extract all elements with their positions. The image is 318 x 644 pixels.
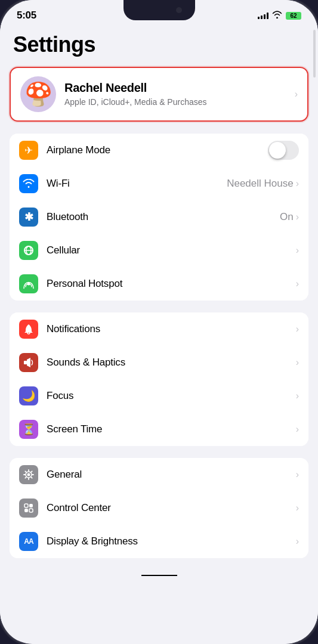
battery-icon: 62 bbox=[286, 12, 301, 20]
camera-dot bbox=[176, 7, 182, 13]
svg-rect-7 bbox=[24, 504, 28, 507]
hotspot-icon bbox=[19, 274, 38, 293]
wifi-row[interactable]: Wi-Fi Needell House › bbox=[10, 167, 308, 200]
status-time: 5:05 bbox=[17, 10, 36, 21]
connectivity-section: ✈ Airplane Mode bbox=[10, 134, 308, 301]
home-indicator bbox=[141, 575, 177, 576]
wifi-network: Needell House bbox=[227, 178, 294, 190]
sounds-icon bbox=[19, 353, 38, 372]
focus-row[interactable]: 🌙 Focus › bbox=[10, 379, 308, 413]
phone-frame: 5:05 6 bbox=[0, 0, 318, 644]
control-center-icon bbox=[19, 499, 38, 518]
general-icon bbox=[19, 465, 38, 484]
cellular-label: Cellular bbox=[47, 244, 80, 256]
svg-rect-8 bbox=[29, 504, 33, 507]
bluetooth-icon: ✱ bbox=[19, 208, 38, 227]
notifications-label: Notifications bbox=[47, 323, 100, 335]
wifi-icon bbox=[19, 174, 38, 193]
focus-chevron: › bbox=[296, 391, 299, 401]
focus-icon: 🌙 bbox=[19, 386, 38, 405]
page-title: Settings bbox=[0, 26, 318, 67]
notifications-section: Notifications › bbox=[10, 312, 308, 446]
notifications-row[interactable]: Notifications › bbox=[10, 312, 308, 346]
profile-info: Rachel Needell Apple ID, iCloud+, Media … bbox=[64, 81, 295, 107]
profile-name: Rachel Needell bbox=[64, 81, 295, 95]
display-chevron: › bbox=[296, 536, 299, 547]
scrollbar[interactable] bbox=[313, 30, 316, 78]
airplane-mode-row[interactable]: ✈ Airplane Mode bbox=[10, 134, 308, 167]
sounds-label: Sounds & Haptics bbox=[47, 357, 125, 369]
cellular-icon bbox=[19, 241, 38, 260]
screen-time-label: Screen Time bbox=[47, 423, 102, 435]
screen-time-chevron: › bbox=[296, 424, 299, 435]
wifi-chevron: › bbox=[296, 178, 299, 189]
svg-rect-9 bbox=[24, 509, 28, 512]
hotspot-chevron: › bbox=[296, 278, 299, 289]
cellular-chevron: › bbox=[296, 245, 299, 256]
display-icon: AA bbox=[19, 532, 38, 551]
phone-screen: 5:05 6 bbox=[0, 0, 318, 644]
profile-subtitle: Apple ID, iCloud+, Media & Purchases bbox=[64, 97, 295, 107]
hotspot-label: Personal Hotspot bbox=[47, 278, 122, 290]
screen-time-row[interactable]: ⏳ Screen Time › bbox=[10, 413, 308, 446]
svg-point-5 bbox=[27, 473, 30, 476]
wifi-label: Wi-Fi bbox=[47, 178, 70, 190]
sounds-row[interactable]: Sounds & Haptics › bbox=[10, 346, 308, 379]
profile-chevron: › bbox=[295, 89, 298, 100]
bluetooth-row[interactable]: ✱ Bluetooth On › bbox=[10, 200, 308, 234]
airplane-mode-toggle[interactable] bbox=[268, 141, 299, 160]
bluetooth-status: On bbox=[280, 211, 294, 223]
bluetooth-label: Bluetooth bbox=[47, 211, 88, 223]
control-center-row[interactable]: Control Center › bbox=[10, 491, 308, 525]
status-icons: 62 bbox=[258, 11, 301, 20]
airplane-mode-label: Airplane Mode bbox=[47, 144, 110, 156]
general-label: General bbox=[47, 469, 82, 481]
notch bbox=[124, 0, 195, 20]
svg-rect-10 bbox=[29, 509, 33, 512]
bluetooth-chevron: › bbox=[296, 212, 299, 222]
focus-label: Focus bbox=[47, 390, 73, 402]
screen-content[interactable]: Settings 🍄 Rachel Needell Apple ID, iClo… bbox=[0, 26, 318, 640]
display-label: Display & Brightness bbox=[47, 535, 138, 547]
avatar: 🍄 bbox=[20, 76, 56, 112]
general-row[interactable]: General › bbox=[10, 458, 308, 491]
control-center-label: Control Center bbox=[47, 502, 111, 514]
general-section: General › bbox=[10, 458, 308, 558]
wifi-status-icon bbox=[272, 11, 282, 20]
svg-rect-4 bbox=[24, 361, 27, 364]
display-row[interactable]: AA Display & Brightness › bbox=[10, 525, 308, 558]
notifications-chevron: › bbox=[296, 324, 299, 335]
airplane-mode-icon: ✈ bbox=[19, 141, 38, 160]
sounds-chevron: › bbox=[296, 357, 299, 368]
control-center-chevron: › bbox=[296, 503, 299, 513]
screen-time-icon: ⏳ bbox=[19, 420, 38, 439]
hotspot-row[interactable]: Personal Hotspot › bbox=[10, 267, 308, 301]
profile-row[interactable]: 🍄 Rachel Needell Apple ID, iCloud+, Medi… bbox=[10, 67, 308, 122]
cellular-row[interactable]: Cellular › bbox=[10, 234, 308, 267]
signal-icon bbox=[258, 12, 268, 19]
notifications-icon bbox=[19, 320, 38, 339]
general-chevron: › bbox=[296, 469, 299, 480]
